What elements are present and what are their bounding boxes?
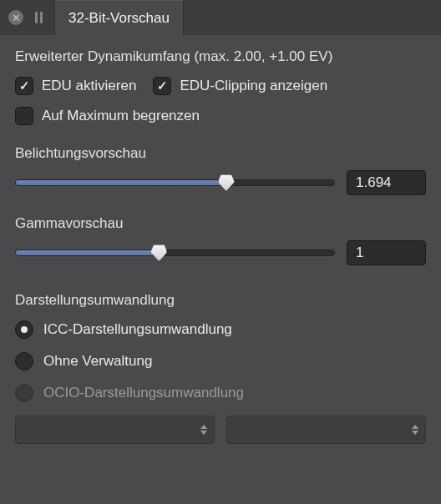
label-exposure: Belichtungsvorschau bbox=[15, 145, 426, 162]
slider-row-exposure bbox=[15, 170, 426, 195]
slider-fill bbox=[16, 180, 226, 185]
slider-gamma[interactable] bbox=[15, 242, 335, 264]
caret-down-icon bbox=[412, 431, 418, 435]
checkbox-clamp-max[interactable]: Auf Maximum begrenzen bbox=[15, 107, 200, 125]
pause-icon[interactable] bbox=[32, 12, 46, 23]
dropdown-ocio-1[interactable] bbox=[15, 416, 215, 444]
radio-ocio: OCIO-Darstellungsumwandlung bbox=[15, 384, 426, 402]
input-gamma[interactable] bbox=[347, 240, 426, 265]
tab-label: 32-Bit-Vorschau bbox=[68, 10, 170, 27]
checkbox-edu-enable[interactable]: EDU aktivieren bbox=[15, 77, 136, 95]
radio-dot-icon bbox=[15, 352, 33, 370]
slider-track bbox=[15, 179, 335, 186]
slider-fill bbox=[16, 250, 159, 255]
radio-icc[interactable]: ICC-Darstellungsumwandlung bbox=[15, 320, 426, 339]
slider-track bbox=[15, 249, 335, 256]
caret-down-icon bbox=[200, 431, 207, 435]
panel-body: Erweiterter Dynamikumfang (max. 2.00, +1… bbox=[0, 35, 441, 459]
dropdown-ocio-2[interactable] bbox=[226, 416, 426, 444]
section-heading: Erweiterter Dynamikumfang (max. 2.00, +1… bbox=[15, 48, 426, 65]
slider-thumb-icon[interactable] bbox=[150, 244, 167, 261]
radio-dot-icon bbox=[15, 384, 33, 402]
check-row-2: Auf Maximum begrenzen bbox=[15, 107, 426, 125]
radio-label: OCIO-Darstellungsumwandlung bbox=[43, 385, 244, 401]
stepper-icon bbox=[200, 425, 207, 435]
caret-up-icon bbox=[412, 425, 418, 429]
close-icon[interactable]: ✕ bbox=[8, 10, 23, 25]
radio-dot-icon bbox=[15, 320, 33, 339]
checkbox-box-icon bbox=[153, 77, 171, 95]
window-controls: ✕ bbox=[0, 0, 54, 35]
checkbox-box-icon bbox=[15, 107, 33, 125]
checkbox-edu-clipping[interactable]: EDU-Clipping anzeigen bbox=[153, 77, 327, 95]
checkbox-label: EDU-Clipping anzeigen bbox=[180, 78, 327, 94]
stepper-icon bbox=[412, 425, 418, 435]
radio-label: ICC-Darstellungsumwandlung bbox=[43, 321, 232, 338]
caret-up-icon bbox=[200, 425, 207, 429]
slider-thumb-icon[interactable] bbox=[218, 174, 235, 191]
slider-exposure[interactable] bbox=[15, 172, 335, 194]
checkbox-label: Auf Maximum begrenzen bbox=[42, 108, 200, 124]
input-exposure[interactable] bbox=[347, 170, 426, 195]
label-gamma: Gammavorschau bbox=[15, 215, 426, 232]
titlebar: ✕ 32-Bit-Vorschau bbox=[0, 0, 441, 35]
tab-32bit-preview[interactable]: 32-Bit-Vorschau bbox=[54, 0, 184, 35]
dropdown-row bbox=[15, 416, 426, 444]
slider-row-gamma bbox=[15, 240, 426, 265]
radio-label: Ohne Verwaltung bbox=[43, 353, 152, 370]
label-render-transform: Darstellungsumwandlung bbox=[15, 292, 426, 309]
checkbox-box-icon bbox=[15, 77, 33, 95]
checkbox-label: EDU aktivieren bbox=[42, 78, 136, 94]
radio-none[interactable]: Ohne Verwaltung bbox=[15, 352, 426, 370]
check-row-1: EDU aktivieren EDU-Clipping anzeigen bbox=[15, 77, 426, 95]
